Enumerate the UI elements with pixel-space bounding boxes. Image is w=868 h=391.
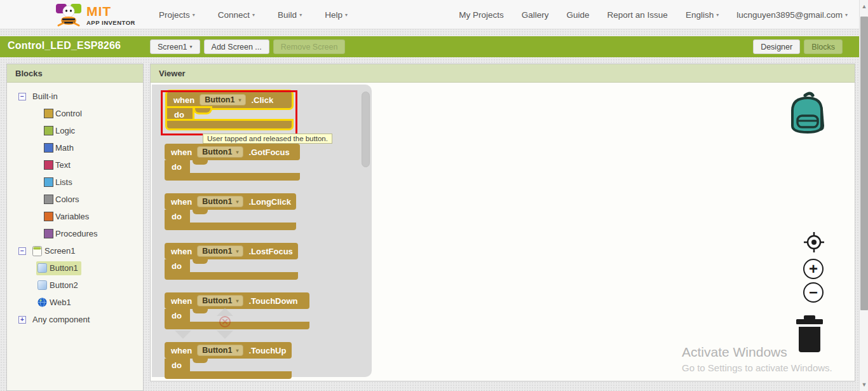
event-block-button1-lostfocus[interactable]: whenButton1▾.LostFocusdo bbox=[165, 243, 298, 280]
block-do-spine: do bbox=[165, 160, 190, 173]
menu-help[interactable]: Help▾ bbox=[325, 10, 348, 20]
collapse-icon[interactable]: − bbox=[18, 93, 26, 100]
event-block-button1-click[interactable]: whenButton1▾.Clickdo bbox=[167, 92, 292, 128]
category-color-swatch bbox=[44, 195, 53, 204]
app-inventor-logo[interactable]: MIT APP INVENTOR bbox=[55, 3, 135, 28]
block-header[interactable]: whenButton1▾.LostFocus bbox=[165, 243, 298, 259]
block-header[interactable]: whenButton1▾.Click bbox=[167, 92, 292, 108]
add-screen-button[interactable]: Add Screen ... bbox=[204, 39, 269, 54]
flyout-scrollbar-thumb[interactable] bbox=[362, 92, 370, 167]
block-do-spine: do bbox=[167, 108, 193, 121]
event-block-button1-touchup[interactable]: whenButton1▾.TouchUpdo bbox=[165, 342, 292, 379]
when-keyword: when bbox=[171, 346, 192, 355]
block-footer bbox=[167, 121, 292, 128]
block-slot-notch bbox=[193, 359, 208, 363]
page-scrollbar[interactable]: ▲ ▼ bbox=[859, 0, 868, 391]
do-keyword: do bbox=[172, 360, 182, 370]
sidebar-item-colors[interactable]: Colors bbox=[7, 191, 143, 208]
trash-can-icon[interactable] bbox=[795, 315, 824, 356]
sidebar-item-procedures[interactable]: Procedures bbox=[7, 225, 143, 242]
block-header[interactable]: whenButton1▾.LongClick bbox=[165, 193, 296, 210]
designer-toggle-button[interactable]: Designer bbox=[753, 39, 800, 54]
blocks-tree: −Built-inControlLogicMathTextListsColors… bbox=[7, 83, 143, 328]
tree-item-label: Lists bbox=[55, 177, 72, 187]
sidebar-item-web1[interactable]: Web1 bbox=[7, 294, 143, 311]
event-block-button1-touchdown[interactable]: whenButton1▾.TouchDowndo bbox=[165, 292, 309, 329]
chevron-down-icon: ▾ bbox=[236, 348, 238, 353]
activate-windows-text: Activate Windows bbox=[682, 345, 787, 360]
blocks-workspace[interactable]: whenButton1▾.ClickdowhenButton1▾.GotFocu… bbox=[151, 83, 855, 381]
blocks-toggle-button[interactable]: Blocks bbox=[804, 39, 843, 54]
tree-item-label: Button1 bbox=[50, 263, 78, 273]
ghost-arrow-down-icon bbox=[217, 331, 233, 339]
sidebar-item-button1[interactable]: Button1 bbox=[7, 259, 143, 277]
sidebar-item-control[interactable]: Control bbox=[7, 105, 143, 122]
do-keyword: do bbox=[172, 162, 182, 172]
sidebar-item-logic[interactable]: Logic bbox=[7, 122, 143, 139]
project-toolbar: Control_LED_ESP8266 Screen1 ▾ Add Screen… bbox=[0, 36, 859, 57]
block-slot-notch bbox=[193, 160, 208, 165]
blocks-sidebar: Blocks −Built-inControlLogicMathTextList… bbox=[6, 64, 144, 391]
menu-connect[interactable]: Connect▾ bbox=[218, 10, 255, 20]
tree-item-label: Logic bbox=[55, 126, 75, 135]
menu-english[interactable]: English▾ bbox=[686, 10, 719, 20]
block-footer bbox=[165, 371, 292, 379]
sidebar-item-built-in[interactable]: −Built-in bbox=[7, 88, 143, 105]
event-block-button1-longclick[interactable]: whenButton1▾.LongClickdo bbox=[165, 193, 296, 230]
backpack-icon[interactable] bbox=[787, 92, 831, 142]
sidebar-item-text[interactable]: Text bbox=[7, 156, 143, 174]
component-dropdown[interactable]: Button1▾ bbox=[197, 146, 243, 158]
menu-build[interactable]: Build▾ bbox=[278, 10, 302, 20]
chevron-down-icon: ▾ bbox=[236, 199, 238, 205]
sidebar-item-any-component[interactable]: +Any component bbox=[7, 311, 143, 328]
event-name: .GotFocus bbox=[248, 147, 289, 157]
component-dropdown[interactable]: Button1▾ bbox=[200, 94, 246, 106]
tree-item-label: Text bbox=[55, 160, 71, 170]
block-header[interactable]: whenButton1▾.TouchDown bbox=[165, 292, 309, 309]
menu-gallery[interactable]: Gallery bbox=[522, 10, 549, 20]
scrollbar-thumb[interactable] bbox=[860, 17, 868, 310]
zoom-in-button[interactable]: + bbox=[803, 259, 824, 279]
sidebar-item-button2[interactable]: Button2 bbox=[7, 277, 143, 294]
chevron-down-icon: ▾ bbox=[716, 12, 719, 18]
collapse-icon[interactable]: − bbox=[18, 247, 26, 255]
chevron-down-icon: ▾ bbox=[236, 249, 238, 254]
menu-lucnguyen3895-gmail-com[interactable]: lucnguyen3895@gmail.com▾ bbox=[736, 10, 848, 20]
block-header[interactable]: whenButton1▾.TouchUp bbox=[165, 342, 292, 359]
when-keyword: when bbox=[171, 296, 192, 306]
sidebar-item-lists[interactable]: Lists bbox=[7, 174, 143, 191]
category-color-swatch bbox=[44, 143, 53, 153]
center-blocks-icon[interactable] bbox=[803, 231, 825, 256]
event-name: .LostFocus bbox=[248, 247, 292, 256]
component-dropdown[interactable]: Button1▾ bbox=[197, 295, 243, 306]
scroll-up-icon[interactable]: ▲ bbox=[860, 2, 868, 11]
component-dropdown[interactable]: Button1▾ bbox=[197, 196, 243, 207]
category-color-swatch bbox=[44, 109, 53, 118]
menu-projects[interactable]: Projects▾ bbox=[159, 10, 195, 20]
menu-report-an-issue[interactable]: Report an Issue bbox=[607, 10, 668, 20]
event-name: .TouchUp bbox=[248, 346, 286, 355]
sidebar-item-screen1[interactable]: −Screen1 bbox=[7, 242, 143, 259]
do-keyword: do bbox=[172, 261, 182, 271]
expand-icon[interactable]: + bbox=[18, 316, 26, 324]
screen-selector-dropdown[interactable]: Screen1 ▾ bbox=[150, 39, 200, 54]
sidebar-item-variables[interactable]: Variables bbox=[7, 208, 143, 225]
tree-item-label: Any component bbox=[32, 315, 90, 324]
tree-item-label: Web1 bbox=[50, 298, 71, 307]
ghost-arrow-up-icon bbox=[217, 308, 233, 316]
event-block-button1-gotfocus[interactable]: whenButton1▾.GotFocusdo bbox=[165, 144, 300, 181]
scroll-down-icon[interactable]: ▼ bbox=[860, 380, 868, 390]
menu-my-projects[interactable]: My Projects bbox=[459, 10, 504, 20]
component-dropdown[interactable]: Button1▾ bbox=[197, 345, 243, 356]
block-header[interactable]: whenButton1▾.GotFocus bbox=[165, 144, 300, 160]
remove-screen-button[interactable]: Remove Screen bbox=[273, 39, 346, 54]
screen-component-icon bbox=[32, 246, 43, 256]
web-component-icon bbox=[37, 298, 48, 308]
button-component-icon bbox=[37, 280, 48, 291]
top-navigation-bar: MIT APP INVENTOR Projects▾Connect▾Build▾… bbox=[0, 0, 859, 29]
ghost-error-icon: ✕ bbox=[219, 316, 231, 327]
sidebar-item-math[interactable]: Math bbox=[7, 139, 143, 156]
zoom-out-button[interactable]: − bbox=[803, 282, 824, 303]
component-dropdown[interactable]: Button1▾ bbox=[197, 245, 243, 257]
menu-guide[interactable]: Guide bbox=[567, 10, 590, 20]
